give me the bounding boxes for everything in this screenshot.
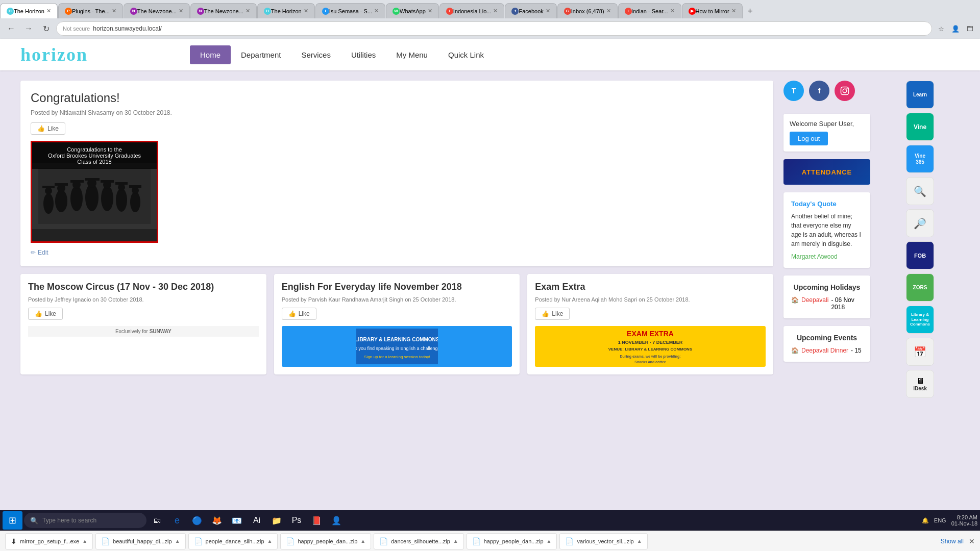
like-icon: 👍 <box>542 310 549 317</box>
svg-point-1 <box>43 193 54 214</box>
edit-link[interactable]: ✏ Edit <box>31 249 763 256</box>
card3-title: Exam Extra <box>535 282 766 292</box>
search1-app[interactable]: 🔍 <box>906 177 934 205</box>
logout-button[interactable]: Log out <box>790 132 828 145</box>
card3-meta: Posted by Nur Areena Aqilah Mohd Sapri o… <box>535 296 766 303</box>
browser-tab-tab4[interactable]: NThe Newzone...✕ <box>190 3 257 18</box>
search2-app[interactable]: 🔎 <box>906 209 934 237</box>
overlay-line2: Oxford Brookes University Graduates <box>36 153 153 159</box>
site-logo[interactable]: horizon <box>20 44 88 65</box>
event-date: - 15 <box>851 347 862 354</box>
reload-button[interactable]: ↻ <box>39 21 53 36</box>
right-sidebar: LearnVineVine365🔍🔎FOBZORSLibrary &Learni… <box>880 81 960 398</box>
browser-tab-tab1[interactable]: HThe Horizon✕ <box>0 3 58 18</box>
profile-icon[interactable]: 👤 <box>949 22 962 35</box>
svg-text:VENUE: LIBRARY & LEARNING COMM: VENUE: LIBRARY & LEARNING COMMONS <box>608 347 693 352</box>
nav-item-utilities[interactable]: Utilities <box>341 45 386 64</box>
svg-point-33 <box>843 89 847 93</box>
svg-point-2 <box>45 187 52 194</box>
like-icon: 👍 <box>35 310 42 317</box>
post-title: Congratulations! <box>31 91 763 105</box>
like-label: Like <box>47 125 59 132</box>
welcome-text: Welcome Super User, <box>790 120 864 128</box>
browser-tab-tab7[interactable]: WWhatsApp✕ <box>386 3 439 18</box>
learn-app[interactable]: Learn <box>906 81 934 109</box>
event-icon: 🏠 <box>791 347 799 354</box>
calendar-app[interactable]: 📅 <box>906 338 934 366</box>
deepavali-link[interactable]: Deepavali <box>801 296 828 304</box>
svg-rect-21 <box>129 185 141 188</box>
event-item: 🏠 Deepavali Dinner - 15 <box>791 347 863 354</box>
main-content: Congratulations! Posted by Nitiawathi Si… <box>0 70 980 408</box>
moscow-circus-card: The Moscow Circus (17 Nov - 30 Dec 2018)… <box>20 274 266 374</box>
fob-app[interactable]: FOB <box>906 241 934 269</box>
svg-point-17 <box>118 184 125 191</box>
svg-point-19 <box>130 192 140 212</box>
browser-tab-tab6[interactable]: IIsu Semasa - S...✕ <box>315 3 385 18</box>
url-text: horizon.sunwayedu.local/ <box>93 25 925 32</box>
svg-rect-6 <box>55 183 68 186</box>
overlay-line1: Congratulations to the <box>36 146 153 153</box>
browser-chrome: HThe Horizon✕PPlugins - The...✕NThe Newz… <box>0 0 980 39</box>
browser-tab-tab5[interactable]: HThe Horizon✕ <box>257 3 315 18</box>
posts-row: The Moscow Circus (17 Nov - 30 Dec 2018)… <box>20 274 773 374</box>
nav-item-quick-link[interactable]: Quick Link <box>438 45 494 64</box>
post-image: Congratulations to the Oxford Brookes Un… <box>31 141 158 243</box>
browser-tab-tab2[interactable]: PPlugins - The...✕ <box>58 3 123 18</box>
svg-rect-3 <box>42 186 55 188</box>
nav-item-my-menu[interactable]: My Menu <box>386 45 438 64</box>
svg-rect-15 <box>101 180 114 183</box>
browser-tab-tab11[interactable]: iindian - Sear...✕ <box>618 3 681 18</box>
vine-app[interactable]: Vine <box>906 113 934 141</box>
card2-title: English For Everyday life November 2018 <box>282 282 512 292</box>
card2-like-button[interactable]: 👍 Like <box>282 308 316 320</box>
security-indicator: Not secure <box>63 26 90 32</box>
bookmark-icon[interactable]: ☆ <box>935 22 947 35</box>
svg-text:Sign up for a learning session: Sign up for a learning session today! <box>364 355 430 359</box>
quote-author: Margaret Atwood <box>791 253 838 260</box>
social-icons: T f <box>783 81 870 101</box>
attendance-banner[interactable]: ATTENDANCE <box>783 159 870 185</box>
nav-item-department[interactable]: Department <box>231 45 291 64</box>
overlay-line3: Class of 2018 <box>36 159 153 165</box>
svg-point-7 <box>70 186 83 211</box>
browser-tab-tab3[interactable]: NThe Newzone...✕ <box>124 3 190 18</box>
address-bar: ← → ↻ Not secure horizon.sunwayedu.local… <box>0 18 980 39</box>
welcome-card: Welcome Super User, Log out <box>783 114 870 152</box>
library-app[interactable]: Library &LearningCommons <box>906 306 934 334</box>
events-title: Upcoming Events <box>791 334 863 342</box>
browser-tab-tab8[interactable]: IIndonesia Lio...✕ <box>439 3 505 18</box>
nav-item-services[interactable]: Services <box>291 45 341 64</box>
twitter-button[interactable]: T <box>783 81 804 101</box>
new-tab-icon[interactable]: 🗔 <box>964 22 976 35</box>
holiday-item: 🏠 Deepavali - 06 Nov 2018 <box>791 296 863 311</box>
browser-tab-tab9[interactable]: fFacebook✕ <box>505 3 556 18</box>
svg-text:During exams, we will be provi: During exams, we will be providing: <box>620 355 681 359</box>
card3-like-button[interactable]: 👍 Like <box>535 308 570 320</box>
back-button[interactable]: ← <box>4 21 18 36</box>
svg-text:LIBRARY & LEARNING COMMONS: LIBRARY & LEARNING COMMONS <box>356 337 438 342</box>
browser-tab-tab10[interactable]: GInbox (6,478)✕ <box>557 3 618 18</box>
card1-title: The Moscow Circus (17 Nov - 30 Dec 2018) <box>28 282 259 292</box>
edit-label: Edit <box>38 249 48 256</box>
svg-point-16 <box>116 188 127 212</box>
like-button[interactable]: 👍 Like <box>31 122 65 135</box>
ors-app[interactable]: ZORS <box>906 273 934 302</box>
svg-rect-12 <box>85 178 100 181</box>
center-sidebar: T f Welcome Super User, Log out ATTENDAN… <box>783 81 870 398</box>
holidays-title: Upcoming Holidays <box>791 283 863 291</box>
main-post-card: Congratulations! Posted by Nitiawathi Si… <box>20 81 773 266</box>
idesk-app[interactable]: 🖥iDesk <box>906 370 934 398</box>
holidays-card: Upcoming Holidays 🏠 Deepavali - 06 Nov 2… <box>783 276 870 318</box>
forward-button[interactable]: → <box>21 21 36 36</box>
new-tab-button[interactable]: + <box>743 4 757 18</box>
nav-item-home[interactable]: Home <box>190 45 231 64</box>
facebook-button[interactable]: f <box>809 81 829 101</box>
holiday-icon: 🏠 <box>791 296 799 304</box>
url-bar[interactable]: Not secure horizon.sunwayedu.local/ <box>56 21 932 36</box>
card1-like-button[interactable]: 👍 Like <box>28 308 63 320</box>
deepavali-dinner-link[interactable]: Deepavali Dinner <box>801 347 848 354</box>
vine365-app[interactable]: Vine365 <box>906 145 934 173</box>
instagram-button[interactable] <box>835 81 855 101</box>
browser-tab-tab12[interactable]: ▶How to Mirror✕ <box>682 3 743 18</box>
